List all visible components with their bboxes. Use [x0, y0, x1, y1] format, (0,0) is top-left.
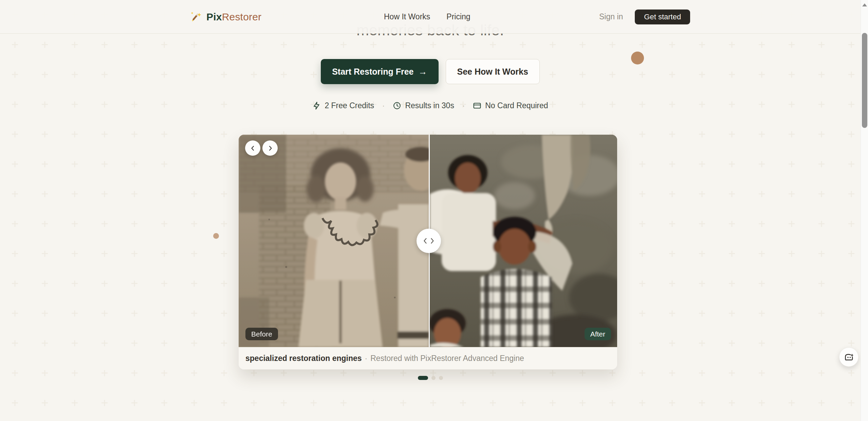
- magic-wand-icon: [189, 11, 202, 23]
- carousel-pagination: [0, 376, 861, 380]
- brand-name: PixRestorer: [206, 11, 261, 23]
- get-started-button[interactable]: Get started: [635, 9, 690, 24]
- before-after-comparison: Before After: [239, 135, 617, 347]
- feature-separator: ·: [382, 101, 385, 110]
- feature-results-time: Results in 30s: [393, 101, 454, 110]
- before-photo: [239, 135, 429, 347]
- hero-cta-row: Start Restoring Free → See How It Works: [0, 59, 861, 84]
- chevron-left-icon: [423, 238, 427, 244]
- nav-link-how-it-works[interactable]: How It Works: [384, 12, 430, 21]
- start-restoring-free-button[interactable]: Start Restoring Free →: [321, 59, 438, 84]
- scrollbar-up-arrow[interactable]: [862, 3, 867, 7]
- lightning-icon: [312, 101, 321, 110]
- feature-badges-row: 2 Free Credits · Results in 30s · No Car…: [0, 101, 861, 110]
- start-restoring-free-label: Start Restoring Free: [332, 67, 413, 77]
- carousel-dot-1[interactable]: [418, 376, 428, 380]
- clock-icon: [393, 101, 401, 110]
- brand-name-primary: Pix: [206, 11, 222, 22]
- feature-no-card: No Card Required: [473, 101, 548, 110]
- feature-separator: ·: [462, 101, 465, 110]
- scrollbar[interactable]: [861, 0, 868, 421]
- carousel-dot-2[interactable]: [431, 376, 436, 380]
- sign-in-link[interactable]: Sign in: [599, 12, 623, 21]
- chevron-left-icon: [250, 145, 256, 151]
- comparison-slider-handle[interactable]: [417, 229, 441, 253]
- carousel-next-button[interactable]: [262, 140, 278, 156]
- top-navigation-bar: PixRestorer How It Works Pricing Sign in…: [0, 0, 861, 34]
- caption-text: Restored with PixRestorer Advanced Engin…: [370, 354, 524, 363]
- caption-title: specialized restoration engines: [245, 354, 362, 363]
- scrollbar-thumb[interactable]: [862, 33, 867, 128]
- after-badge: After: [585, 328, 611, 340]
- after-photo: [430, 135, 617, 347]
- chat-assistant-button[interactable]: [839, 347, 858, 367]
- auth-actions: Sign in Get started: [599, 0, 690, 34]
- nav-link-pricing[interactable]: Pricing: [446, 12, 470, 21]
- carousel-prev-button[interactable]: [245, 140, 260, 156]
- caption-separator: ·: [365, 354, 368, 363]
- see-how-it-works-button[interactable]: See How It Works: [446, 59, 540, 84]
- feature-free-credits: 2 Free Credits: [312, 101, 374, 110]
- chevron-right-icon: [430, 238, 434, 244]
- see-how-it-works-label: See How It Works: [457, 67, 528, 77]
- pixrestorer-landing-page: memories back to life. PixRestorer How I…: [0, 0, 868, 421]
- carousel-caption: specialized restoration engines · Restor…: [239, 347, 617, 369]
- feature-label: No Card Required: [485, 101, 548, 110]
- decorative-dot-small: [213, 233, 219, 239]
- brand-logo[interactable]: PixRestorer: [189, 0, 261, 34]
- chatbot-sparkle-icon: [844, 352, 854, 362]
- primary-nav: How It Works Pricing: [384, 0, 470, 34]
- credit-card-icon: [473, 101, 481, 110]
- carousel-dot-3[interactable]: [439, 376, 443, 380]
- before-badge: Before: [245, 328, 278, 340]
- chevron-right-icon: [267, 145, 273, 151]
- arrow-right-icon: →: [419, 66, 427, 77]
- brand-name-secondary: Restorer: [222, 11, 262, 22]
- feature-label: Results in 30s: [405, 101, 454, 110]
- before-after-carousel-card: Before After specialized restoration eng…: [239, 135, 617, 369]
- feature-label: 2 Free Credits: [325, 101, 374, 110]
